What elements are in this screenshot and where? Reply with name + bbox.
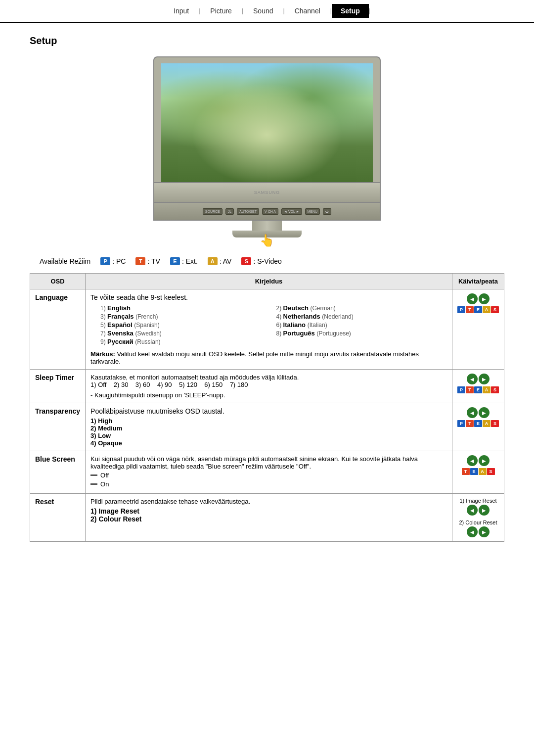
monitor-container: SAMSUNG SOURCE JL AUTO/SET V CH A ◄ VOL …	[153, 56, 381, 247]
transparency-option-3: 3) Low	[90, 432, 447, 439]
reset-controls: 1) Image Reset ◀ ▶ 2) Colour Reset ◀ ▶	[452, 494, 504, 542]
image-reset-label: 1) Image Reset	[90, 507, 447, 515]
pteas-sleep: ◀ ▶ P T E A S	[457, 374, 499, 393]
right-arrow-language[interactable]: ▶	[479, 293, 490, 304]
page-title: Setup	[30, 35, 504, 47]
pteas-s: S	[491, 306, 499, 313]
lang-portugues: 8) Português (Portuguese)	[276, 330, 437, 337]
ctrl-power: ⏻	[323, 208, 331, 215]
language-intro: Te võite seada ühe 9-st keelest.	[90, 293, 447, 301]
table-row-blue-screen: Blue Screen Kui signaal puudub või on vä…	[30, 451, 504, 494]
teas-badges-blue: T E A S	[462, 468, 495, 475]
teas-s-blue: S	[487, 468, 495, 475]
mode-ext: E : Ext.	[170, 257, 198, 265]
monitor-outer-bezel	[153, 56, 381, 183]
image-reset-left[interactable]: ◀	[467, 505, 478, 516]
sleep-timer-pteas: ◀ ▶ P T E A S	[452, 370, 504, 403]
hand-cursor: 👆	[260, 234, 274, 247]
table-row-sleep-timer: Sleep Timer Kasutatakse, et monitori aut…	[30, 370, 504, 403]
teas-t-blue: T	[462, 468, 470, 475]
monitor-stand: 👆	[153, 221, 381, 247]
pteas-t: T	[466, 306, 474, 313]
pteas-badges-sleep: P T E A S	[457, 386, 499, 393]
nav-sep-5: |	[369, 7, 370, 14]
pteas-p-sleep: P	[457, 386, 465, 393]
ctrl-source: SOURCE	[203, 208, 222, 215]
col-header-kirjeldus: Kirjeldus	[86, 274, 452, 289]
mode-svideo: S : S-Video	[241, 257, 281, 265]
blue-screen-teas: ◀ ▶ T E A S	[452, 451, 504, 494]
left-arrow-language[interactable]: ◀	[467, 293, 478, 304]
arrow-buttons-transparency: ◀ ▶	[467, 407, 490, 418]
nav-setup[interactable]: Setup	[332, 4, 369, 18]
colour-reset-left[interactable]: ◀	[467, 526, 478, 537]
reset-text: Pildi parameetrid asendatakse tehase vai…	[90, 498, 447, 505]
image-reset-right[interactable]: ▶	[479, 505, 490, 516]
lang-italiano: 6) Italiano (Italian)	[276, 321, 437, 329]
monitor-screen	[161, 63, 373, 182]
blue-screen-text: Kui signaal puudub või on väga nõrk, ase…	[90, 455, 447, 470]
transparency-intro: Poolläbipaistvuse muutmiseks OSD taustal…	[90, 407, 447, 415]
left-arrow-sleep[interactable]: ◀	[467, 374, 478, 384]
nav-picture[interactable]: Picture	[200, 4, 242, 18]
mode-av: A : AV	[208, 257, 232, 265]
monitor-bezel-bottom: SAMSUNG	[153, 183, 381, 203]
pteas-s-trans: S	[491, 420, 499, 427]
image-reset-arrows: ◀ ▶	[467, 505, 490, 516]
table-header-row: OSD Kirjeldus Käivita/peata	[30, 274, 504, 289]
table-row-language: Language Te võite seada ühe 9-st keelest…	[30, 289, 504, 370]
colour-reset-col-label: 2) Colour Reset	[459, 520, 497, 525]
off-dash	[90, 474, 97, 476]
left-arrow-blue[interactable]: ◀	[467, 455, 478, 466]
nav-channel[interactable]: Channel	[285, 4, 330, 18]
tv-icon: T	[135, 257, 145, 265]
nav-sound[interactable]: Sound	[243, 4, 283, 18]
av-label: : AV	[220, 257, 232, 265]
pc-icon: P	[100, 257, 110, 265]
lang-svenska: 7) Svenska (Swedish)	[100, 330, 261, 337]
pteas-t-sleep: T	[466, 386, 474, 393]
teas-blue-screen: ◀ ▶ T E A S	[457, 455, 499, 475]
teas-a-blue: A	[479, 468, 487, 475]
lang-espanol: 5) Español (Spanish)	[100, 321, 261, 329]
transparency-option-4: 4) Opaque	[90, 439, 447, 447]
pteas-transparency: ◀ ▶ P T E A S	[457, 407, 499, 427]
right-arrow-transparency[interactable]: ▶	[479, 407, 490, 418]
sleep-timer-text: Kasutatakse, et monitori automaatselt te…	[90, 374, 447, 388]
svideo-icon: S	[241, 257, 251, 265]
nav-input[interactable]: Input	[164, 4, 199, 18]
image-reset-group: 1) Image Reset ◀ ▶	[459, 498, 496, 516]
lang-francais: 3) Français (French)	[100, 313, 261, 320]
lang-russian: 9) Русский (Russian)	[100, 338, 261, 345]
blue-screen-off: Off	[90, 472, 447, 479]
right-arrow-sleep[interactable]: ▶	[479, 374, 490, 384]
pteas-a: A	[483, 306, 490, 313]
transparency-description: Poolläbipaistvuse muutmiseks OSD taustal…	[86, 403, 452, 451]
butterfly-scene	[161, 63, 373, 182]
reset-label: Reset	[30, 494, 86, 542]
colour-reset-right[interactable]: ▶	[479, 526, 490, 537]
language-label: Language	[30, 289, 86, 370]
pteas-t-trans: T	[466, 420, 474, 427]
ctrl-vol: ◄ VOL ►	[281, 208, 302, 215]
available-modes-label: Available Režiim	[40, 257, 90, 265]
monitor-image-area: SAMSUNG SOURCE JL AUTO/SET V CH A ◄ VOL …	[0, 56, 534, 247]
ext-icon: E	[170, 257, 180, 265]
available-modes-bar: Available Režiim P : PC T : TV E : Ext. …	[40, 257, 494, 265]
pteas-p-trans: P	[457, 420, 465, 427]
pteas-e-sleep: E	[474, 386, 482, 393]
tv-label: : TV	[147, 257, 160, 265]
left-arrow-transparency[interactable]: ◀	[467, 407, 478, 418]
table-row-reset: Reset Pildi parameetrid asendatakse teha…	[30, 494, 504, 542]
language-pteas: ◀ ▶ P T E A S	[452, 289, 504, 370]
lang-netherlands: 4) Netherlands (Nederland)	[276, 313, 437, 320]
pteas-badges-language: P T E A S	[457, 306, 499, 313]
stand-neck	[252, 221, 282, 231]
transparency-options: 1) High 2) Medium 3) Low 4) Opaque	[90, 417, 447, 447]
reset-description: Pildi parameetrid asendatakse tehase vai…	[86, 494, 452, 542]
language-description: Te võite seada ühe 9-st keelest. 1) Engl…	[86, 289, 452, 370]
blue-screen-on: On	[90, 480, 447, 488]
language-grid: 1) English 2) Deutsch (German) 3) França…	[100, 304, 437, 345]
arrow-buttons-language: ◀ ▶	[467, 293, 490, 304]
right-arrow-blue[interactable]: ▶	[479, 455, 490, 466]
